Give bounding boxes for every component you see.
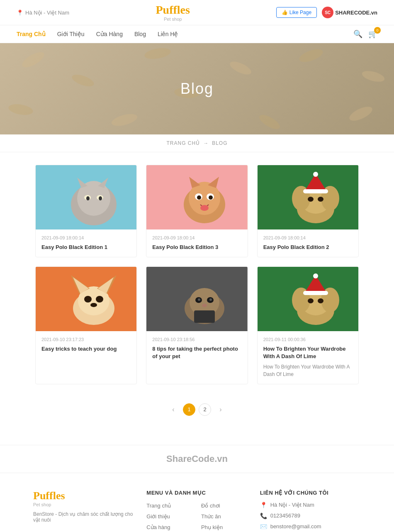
sharecode-badge: SC SHARECODE.vn [322,7,377,18]
nav-link-gioi-thieu[interactable]: Giới Thiệu [57,31,85,37]
svg-point-3 [228,59,253,77]
blog-card-6-image [258,267,358,331]
pagination-prev[interactable]: ‹ [167,403,180,416]
location-pin-icon: 📍 [17,10,23,16]
footer-menu-item-cua-hang[interactable]: Cửa hàng [146,523,193,531]
blog-card-6-title[interactable]: How To Brighten Your Wardrobe With A Das… [263,345,353,360]
svg-point-0 [20,49,46,71]
blog-card-5[interactable]: 2021-09-10 23:18:56 8 tips for taking th… [146,266,248,384]
like-page-button[interactable]: 👍 Like Page [276,7,317,18]
blog-card-4-date: 2021-09-10 23:17:23 [41,337,131,342]
breadcrumb-home[interactable]: TRANG CHỦ [166,140,200,146]
blog-card-3-title[interactable]: Easy Polo Black Edition 2 [263,244,353,251]
pagination-page-2[interactable]: 2 [199,403,211,416]
footer: Puffles Pet shop BenStore - Dịch vụ chăm… [0,473,394,532]
breadcrumb-separator: → [203,140,209,146]
svg-point-29 [200,205,209,211]
svg-point-5 [361,69,386,84]
location-contact-icon: 📍 [260,502,267,508]
footer-menu-item-phu-kien[interactable]: Phụ kiện [201,523,248,531]
logo-text: Puffles [156,3,190,17]
top-bar: 📍 Hà Nội - Việt Nam Puffles Pet shop 👍 L… [0,0,394,25]
nav-item-lien-he[interactable]: Liên Hệ [158,30,178,38]
svg-point-27 [197,195,201,200]
footer-grid: Puffles Pet shop BenStore - Dịch vụ chăm… [33,490,361,532]
footer-menu-item-thuc-an[interactable]: Thức ăn [201,512,248,520]
breadcrumb: TRANG CHỦ → BLOG [0,134,394,152]
blog-card-1[interactable]: 2021-09-09 18:00:14 Easy Polo Black Edit… [35,165,137,257]
blog-card-3[interactable]: 2021-09-09 18:00:14 Easy Polo Black Edit… [257,165,359,257]
pagination-page-1[interactable]: 1 [183,403,195,416]
hero-section: Blog [0,43,394,134]
footer-menu-section: MENU VÀ DANH MỤC Trang chủ Giới thiệu Cử… [146,490,247,532]
blog-card-2-image [146,165,247,229]
nav-item-gioi-thieu[interactable]: Giới Thiệu [57,30,85,38]
footer-menu-item-trang-chu[interactable]: Trang chủ [146,502,193,509]
sharecode-logo-icon: SC [322,7,333,18]
svg-point-49 [90,303,97,307]
footer-menu-item-gioi-thieu[interactable]: Giới thiệu [146,512,193,520]
nav-link-blog[interactable]: Blog [134,31,146,37]
pagination-next[interactable]: › [214,403,227,416]
location-text: Hà Nội - Việt Nam [25,10,69,16]
svg-point-28 [209,195,213,200]
footer-menu-item-do-choi[interactable]: Đồ chơi [201,502,248,509]
search-icon[interactable]: 🔍 [353,29,362,39]
svg-point-9 [348,104,375,123]
nav-item-trang-chu[interactable]: Trang Chủ [17,30,46,38]
nav-link-lien-he[interactable]: Liên Hệ [158,31,178,37]
svg-point-57 [209,298,212,301]
blog-section: 2021-09-09 18:00:14 Easy Polo Black Edit… [27,165,367,432]
contact-phone: 0123456789 [270,512,300,519]
logo-subtitle: Pet shop [156,17,190,22]
blog-grid: 2021-09-09 18:00:14 Easy Polo Black Edit… [35,165,359,384]
svg-point-37 [313,172,318,177]
nav-links: Trang Chủ Giới Thiệu Cửa Hàng Blog Liên … [17,30,178,38]
pagination: ‹ 1 2 › [35,397,359,432]
svg-point-66 [313,273,318,278]
blog-card-4-title[interactable]: Easy tricks to teach your dog [41,345,131,353]
svg-point-6 [7,102,34,117]
svg-point-2 [143,46,171,61]
nav-link-trang-chu[interactable]: Trang Chủ [17,31,46,37]
blog-card-1-image [36,165,136,229]
footer-menu-col2: Đồ chơi Thức ăn Phụ kiện Hóa Phẩm Thuốc … [201,502,248,532]
blog-card-6-body: 2021-09-11 00:00:36 How To Brighten Your… [258,331,358,383]
blog-card-5-title[interactable]: 8 tips for taking the perfect photo of y… [152,345,241,360]
footer-menu-col1: Trang chủ Giới thiệu Cửa hàng Blog Liên … [146,502,193,532]
nav-link-cua-hang[interactable]: Cửa Hàng [96,31,123,37]
nav-item-cua-hang[interactable]: Cửa Hàng [96,30,123,38]
blog-card-4[interactable]: 2021-09-10 23:17:23 Easy tricks to teach… [35,266,137,384]
blog-card-6-date: 2021-09-11 00:00:36 [263,337,353,342]
svg-point-48 [96,296,103,303]
footer-contact-section: LIÊN HỆ VỚI CHÚNG TÔI 📍 Hà Nội - Việt Na… [260,490,361,532]
nav-item-blog[interactable]: Blog [134,30,146,38]
svg-rect-65 [303,291,328,295]
phone-contact-icon: 📞 [260,512,267,519]
footer-logo-text: Puffles [33,490,134,502]
sharecode-banner-text: ShareCode.vn [166,454,228,464]
svg-rect-36 [303,189,328,193]
svg-point-38 [308,197,314,202]
sharecode-section-banner: ShareCode.vn [0,445,394,473]
blog-card-6-excerpt: How To Brighten Your Wardrobe With A Das… [263,363,353,378]
blog-card-2-date: 2021-09-09 18:00:14 [152,235,241,240]
cart-count-badge: 0 [374,27,381,34]
blog-card-1-date: 2021-09-09 18:00:14 [41,235,131,240]
email-contact-icon: ✉️ [260,523,267,530]
footer-logo-sub: Pet shop [33,502,134,507]
blog-card-5-date: 2021-09-10 23:18:56 [152,337,241,342]
hero-title: Blog [180,80,214,98]
main-nav: Trang Chủ Giới Thiệu Cửa Hàng Blog Liên … [0,25,394,43]
svg-point-1 [71,72,95,89]
blog-card-2[interactable]: 2021-09-09 18:00:14 Easy Polo Black Edit… [146,165,248,257]
blog-card-6[interactable]: 2021-09-11 00:00:36 How To Brighten Your… [257,266,359,384]
svg-point-67 [308,298,314,303]
footer-tagline: BenStore - Dịch vụ chăm sóc chất lượng c… [33,511,134,523]
blog-card-1-title[interactable]: Easy Polo Black Edition 1 [41,244,131,251]
svg-point-19 [99,196,102,200]
cart-icon[interactable]: 🛒 0 [368,29,377,39]
contact-email-item: ✉️ benstore@gmail.com [260,523,361,530]
svg-point-18 [86,196,90,200]
blog-card-2-title[interactable]: Easy Polo Black Edition 3 [152,244,241,251]
